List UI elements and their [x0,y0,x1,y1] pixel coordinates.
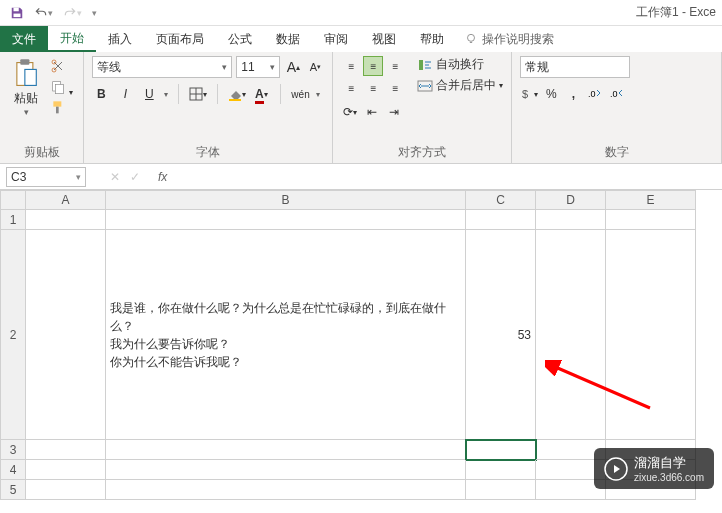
name-box[interactable]: C3▾ [6,167,86,187]
group-alignment: ≡ ≡ ≡ ≡ ≡ ≡ ⟳▾ ⇤ ⇥ 自动换行 [333,52,512,163]
cell-A1[interactable] [26,210,106,230]
watermark-text: 溜溜自学 [634,454,704,472]
fx-icon[interactable]: fx [158,170,167,184]
quick-access-toolbar: ▾ ▾ ▾ 工作簿1 - Exce [0,0,722,26]
redo-icon[interactable]: ▾ [63,6,82,20]
paste-button[interactable]: 粘贴 ▾ [8,56,44,119]
tab-data[interactable]: 数据 [264,26,312,52]
svg-rect-10 [53,101,61,106]
customize-qat-icon[interactable]: ▾ [92,8,97,18]
cell-E1[interactable] [606,210,696,230]
cell-B3[interactable] [106,440,466,460]
group-clipboard-label: 剪贴板 [8,144,75,161]
cell-C2[interactable]: 53 [466,230,536,440]
cell-D1[interactable] [536,210,606,230]
wrap-text-button[interactable]: 自动换行 [417,56,503,73]
percent-icon[interactable]: % [542,84,560,104]
col-header-B[interactable]: B [106,190,466,210]
cell-B5[interactable] [106,480,466,500]
cell-E2[interactable] [606,230,696,440]
orientation-icon[interactable]: ⟳▾ [341,102,359,122]
paste-label: 粘贴 [14,90,38,107]
italic-button[interactable]: I [116,84,134,104]
tell-me-search[interactable]: 操作说明搜索 [464,26,554,52]
col-header-E[interactable]: E [606,190,696,210]
increase-indent-icon[interactable]: ⇥ [385,102,403,122]
col-header-D[interactable]: D [536,190,606,210]
underline-button[interactable]: U [140,84,158,104]
comma-icon[interactable]: , [564,84,582,104]
group-clipboard: 粘贴 ▾ ▾ 剪贴板 [0,52,84,163]
merge-center-button[interactable]: 合并后居中 ▾ [417,77,503,94]
align-grid: ≡ ≡ ≡ ≡ ≡ ≡ [341,56,405,98]
align-top-right[interactable]: ≡ [385,56,405,76]
cell-A3[interactable] [26,440,106,460]
row-header-2[interactable]: 2 [0,230,26,440]
svg-rect-5 [25,69,36,85]
cell-C1[interactable] [466,210,536,230]
number-format-combo[interactable]: 常规 [520,56,630,78]
cell-B1[interactable] [106,210,466,230]
fill-color-icon[interactable]: ▾ [228,84,246,104]
cut-icon[interactable] [50,58,73,77]
grow-font-icon[interactable]: A▴ [284,57,302,77]
row-header-1[interactable]: 1 [0,210,26,230]
svg-rect-9 [55,84,63,93]
cell-A5[interactable] [26,480,106,500]
merge-label: 合并后居中 [436,77,496,94]
font-size-combo[interactable]: 11▾ [236,56,280,78]
decrease-indent-icon[interactable]: ⇤ [363,102,381,122]
svg-point-2 [468,34,475,41]
cell-A4[interactable] [26,460,106,480]
col-header-A[interactable]: A [26,190,106,210]
align-top-center[interactable]: ≡ [363,56,383,76]
border-icon[interactable]: ▾ [189,84,207,104]
align-left[interactable]: ≡ [341,78,361,98]
svg-rect-1 [14,13,21,16]
col-header-C[interactable]: C [466,190,536,210]
font-name-combo[interactable]: 等线▾ [92,56,232,78]
increase-decimal-icon[interactable]: .0 [586,84,604,104]
accounting-format-icon[interactable]: $▾ [520,84,538,104]
tab-file[interactable]: 文件 [0,26,48,52]
cell-B2[interactable]: 我是谁，你在做什么呢？为什么总是在忙忙碌碌的，到底在做什么？ 我为什么要告诉你呢… [106,230,466,440]
cell-B4[interactable] [106,460,466,480]
col-headers: ABCDE [0,190,722,210]
row-header-5[interactable]: 5 [0,480,26,500]
undo-icon[interactable]: ▾ [34,6,53,20]
cell-C5[interactable] [466,480,536,500]
phonetic-icon[interactable]: wén [291,84,309,104]
cell-D2[interactable] [536,230,606,440]
cell-C3[interactable] [466,440,536,460]
tab-help[interactable]: 帮助 [408,26,456,52]
align-right[interactable]: ≡ [385,78,405,98]
play-icon [604,457,628,481]
format-painter-icon[interactable] [50,100,73,119]
tab-view[interactable]: 视图 [360,26,408,52]
bold-button[interactable]: B [92,84,110,104]
formula-bar: C3▾ ✕ ✓ fx [0,164,722,190]
tab-insert[interactable]: 插入 [96,26,144,52]
tab-home[interactable]: 开始 [48,26,96,52]
align-center[interactable]: ≡ [363,78,383,98]
save-icon[interactable] [10,6,24,20]
svg-rect-4 [20,59,29,65]
enter-icon: ✓ [130,170,140,184]
select-all-corner[interactable] [0,190,26,210]
svg-rect-11 [56,107,59,114]
tab-layout[interactable]: 页面布局 [144,26,216,52]
row-header-4[interactable]: 4 [0,460,26,480]
decrease-decimal-icon[interactable]: .0 [608,84,626,104]
tab-formulas[interactable]: 公式 [216,26,264,52]
copy-icon[interactable]: ▾ [50,79,73,98]
align-top-left[interactable]: ≡ [341,56,361,76]
cell-C4[interactable] [466,460,536,480]
wrap-icon [417,58,433,72]
lightbulb-icon [464,32,478,46]
row-header-3[interactable]: 3 [0,440,26,460]
tab-review[interactable]: 审阅 [312,26,360,52]
shrink-font-icon[interactable]: A▾ [306,57,324,77]
formula-input[interactable] [171,167,722,187]
cell-A2[interactable] [26,230,106,440]
font-color-icon[interactable]: A ▾ [252,84,270,104]
